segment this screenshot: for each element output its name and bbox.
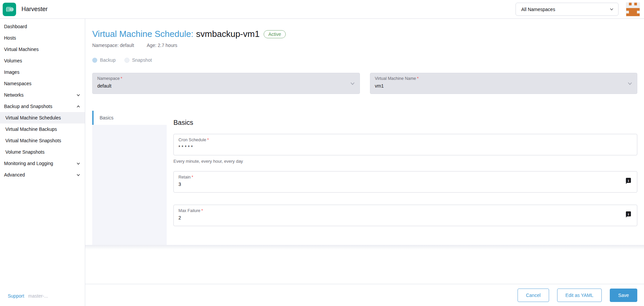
sidebar: Dashboard Hosts Virtual Machines Volumes… <box>0 19 85 306</box>
sidebar-item-volumes[interactable]: Volumes <box>0 55 85 66</box>
page-head: Virtual Machine Schedule: svmbackup-vm1 … <box>92 29 637 48</box>
chevron-down-icon <box>76 162 80 165</box>
select-row: Namespace* default Virtual Machine Name*… <box>92 73 637 94</box>
max-failure-field: Max Failure* i <box>173 205 637 226</box>
harvester-logo-icon[interactable] <box>3 3 16 16</box>
cron-helper-text: Every minute, every hour, every day <box>173 159 637 164</box>
page-title-name: svmbackup-vm1 <box>196 29 260 39</box>
version-label: master-... <box>28 293 48 299</box>
namespace-filter-select[interactable]: All Namespaces <box>516 3 619 16</box>
sidebar-group-backup-and-snapshots[interactable]: Backup and Snapshots <box>0 101 85 112</box>
sidebar-item-namespaces[interactable]: Namespaces <box>0 78 85 89</box>
tab-column-spacer <box>92 125 167 245</box>
cron-schedule-input[interactable] <box>178 144 586 150</box>
namespace-select-value: default <box>97 83 354 89</box>
chevron-down-icon <box>76 173 80 177</box>
sidebar-item-volume-snapshots[interactable]: Volume Snapshots <box>0 146 85 158</box>
action-bar: Cancel Edit as YAML Save <box>85 284 644 306</box>
chevron-up-icon <box>76 105 80 108</box>
tab-column: Basics <box>92 111 167 245</box>
radio-selected-icon <box>92 58 97 63</box>
schedule-type-radio-group: Backup Snapshot <box>92 57 637 63</box>
sidebar-item-virtual-machines[interactable]: Virtual Machines <box>0 44 85 55</box>
brand-title: Harvester <box>21 6 48 13</box>
retain-field: Retain* i <box>173 171 637 193</box>
info-icon[interactable]: i <box>626 211 631 216</box>
radio-unselected-icon <box>124 58 129 63</box>
header-right: All Namespaces <box>516 2 640 16</box>
vm-name-select-value: vm1 <box>375 83 632 89</box>
sidebar-group-monitoring-and-logging[interactable]: Monitoring and Logging <box>0 158 85 169</box>
form-panel: Basics Basics Cron Schedule* Every minut… <box>92 111 637 245</box>
namespace-filter-value: All Namespaces <box>521 7 555 12</box>
support-link[interactable]: Support <box>8 293 24 299</box>
required-marker: * <box>121 76 122 81</box>
sidebar-item-virtual-machine-snapshots[interactable]: Virtual Machine Snapshots <box>0 135 85 146</box>
save-button[interactable]: Save <box>610 289 637 302</box>
page-meta: Namespace: default Age: 2.7 hours <box>92 43 637 48</box>
avatar[interactable] <box>626 2 640 16</box>
required-marker: * <box>192 175 193 180</box>
section-title: Basics <box>173 119 637 126</box>
chevron-down-icon <box>76 93 80 97</box>
top-nav: Harvester All Namespaces <box>0 0 644 19</box>
page-title-link[interactable]: Virtual Machine Schedule: <box>92 29 194 39</box>
chevron-down-icon <box>628 81 632 86</box>
radio-backup[interactable]: Backup <box>92 57 116 63</box>
vm-name-select[interactable]: Virtual Machine Name* vm1 <box>370 73 638 94</box>
tab-basics[interactable]: Basics <box>92 111 167 125</box>
sidebar-item-images[interactable]: Images <box>0 66 85 78</box>
brand: Harvester <box>3 3 48 16</box>
meta-namespace: Namespace: default <box>92 43 134 48</box>
required-marker: * <box>201 208 203 213</box>
namespace-select[interactable]: Namespace* default <box>92 73 360 94</box>
sidebar-group-networks[interactable]: Networks <box>0 89 85 101</box>
edit-as-yaml-button[interactable]: Edit as YAML <box>557 289 602 302</box>
required-marker: * <box>207 138 209 142</box>
panel-bottom-shadow <box>85 245 644 250</box>
chevron-down-icon <box>350 81 355 86</box>
chevron-down-icon <box>610 7 613 11</box>
retain-input[interactable] <box>178 182 586 187</box>
panel-body: Basics Cron Schedule* Every minute, ever… <box>167 111 637 245</box>
sidebar-footer: Support master-... <box>8 293 48 299</box>
app-window: Harvester All Namespaces Dashboard Hosts… <box>0 0 644 306</box>
main-content: Virtual Machine Schedule: svmbackup-vm1 … <box>85 19 644 306</box>
required-marker: * <box>417 76 419 81</box>
radio-snapshot[interactable]: Snapshot <box>124 57 152 63</box>
sidebar-group-advanced[interactable]: Advanced <box>0 169 85 181</box>
sidebar-item-virtual-machine-backups[interactable]: Virtual Machine Backups <box>0 123 85 135</box>
meta-age: Age: 2.7 hours <box>147 43 177 48</box>
info-icon[interactable]: i <box>626 178 631 183</box>
sidebar-item-dashboard[interactable]: Dashboard <box>0 21 85 32</box>
cancel-button[interactable]: Cancel <box>518 289 549 302</box>
cron-schedule-field: Cron Schedule* <box>173 134 637 155</box>
status-badge: Active <box>264 30 286 38</box>
sidebar-item-hosts[interactable]: Hosts <box>0 32 85 44</box>
sidebar-item-virtual-machine-schedules[interactable]: Virtual Machine Schedules <box>0 112 85 123</box>
max-failure-input[interactable] <box>178 215 586 220</box>
page-title: Virtual Machine Schedule: svmbackup-vm1 … <box>92 29 637 39</box>
